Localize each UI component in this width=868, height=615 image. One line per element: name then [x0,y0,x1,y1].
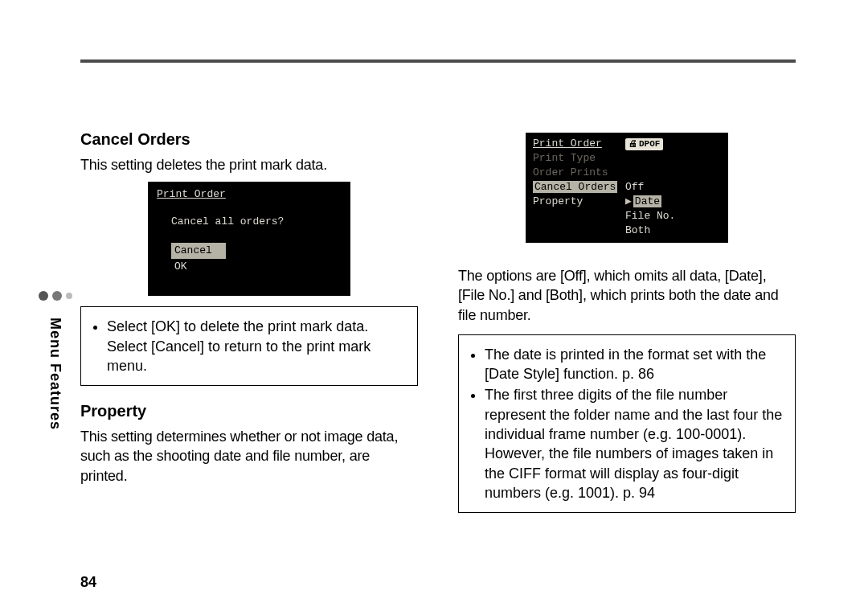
lcd2-item-print-type: Print Type [533,151,625,166]
property-heading: Property [80,400,418,422]
lcd2-option-both: Both [625,223,721,238]
right-column: Print Order 🖨 DPOF Print Type Order Prin… [458,129,796,583]
side-tab-dots [39,291,87,301]
lcd2-title: Print Order [533,137,625,151]
cancel-orders-heading: Cancel Orders [80,129,418,150]
lcd1-option-ok: OK [171,259,226,275]
property-note-2: The first three digits of the file numbe… [485,385,784,502]
property-body: This setting determines whether or not i… [80,427,418,486]
property-notes-box: The date is printed in the format set wi… [458,334,796,513]
lcd2-option-off: Off [625,180,721,195]
cancel-orders-body: This setting deletes the print mark data… [80,155,418,174]
lcd1-option-cancel: Cancel [171,243,226,259]
lcd2-item-property: Property [533,195,625,209]
property-note-1: The date is printed in the format set wi… [485,345,784,384]
lcd1-question: Cancel all orders? [171,215,342,229]
page-number: 84 [80,574,96,591]
property-options-body: The options are [Off], which omits all d… [458,266,796,325]
cancel-orders-note-box: Select [OK] to delete the print mark dat… [80,306,418,386]
lcd2-option-date: Date [633,195,661,207]
cancel-orders-note: Select [OK] to delete the print mark dat… [107,317,406,375]
top-horizontal-rule [80,59,796,63]
lcd-property-menu: Print Order 🖨 DPOF Print Type Order Prin… [526,133,727,242]
left-column: Cancel Orders This setting deletes the p… [80,129,418,583]
sidebar-section-label: Menu Features [47,318,63,430]
lcd-print-order-dialog: Print Order Cancel all orders? Cancel OK [149,182,350,295]
lcd2-item-cancel-orders: Cancel Orders [533,181,617,193]
lcd1-title: Print Order [157,187,342,202]
dpof-badge: 🖨 DPOF [625,138,663,150]
lcd2-option-fileno: File No. [625,209,721,223]
lcd2-item-order-prints: Order Prints [533,166,625,180]
right-arrow-icon: ▶ [625,195,632,207]
